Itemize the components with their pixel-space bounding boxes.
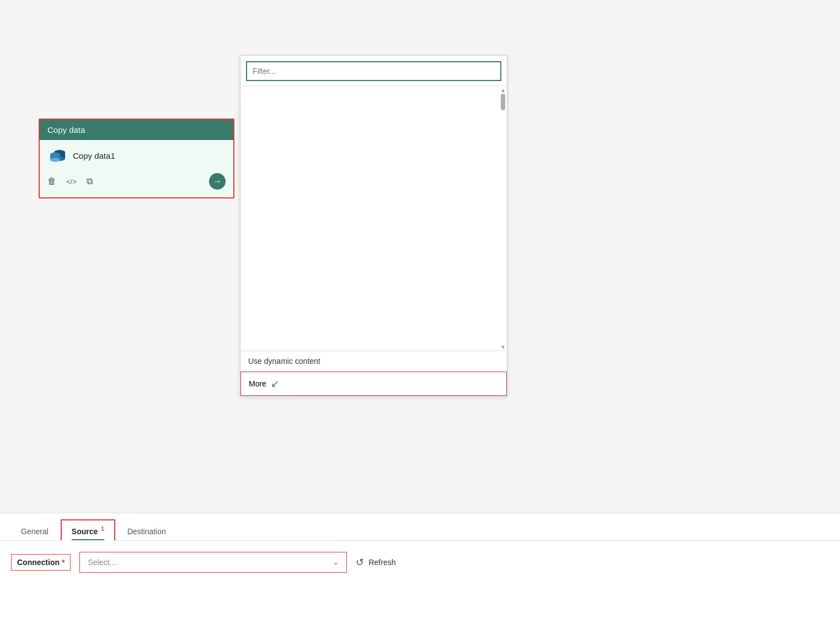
chevron-down-icon: ⌄ (333, 558, 339, 566)
tab-general[interactable]: General (11, 522, 58, 540)
connection-select[interactable]: Select... ⌄ (79, 552, 347, 573)
refresh-button[interactable]: ↺ Refresh (356, 556, 395, 568)
content-row: Connection * Select... ⌄ ↺ Refresh (0, 541, 840, 573)
copy-data-title: Copy data (47, 125, 85, 135)
copy-data-item-name: Copy data1 (73, 151, 115, 160)
required-star: * (62, 558, 65, 567)
copy-data-header: Copy data (40, 120, 233, 140)
tab-source-badge: 1 (101, 526, 104, 532)
refresh-icon: ↺ (356, 556, 364, 568)
tab-destination-label: Destination (127, 527, 166, 536)
copy-data-card: Copy data Copy data1 🗑 </> (39, 119, 234, 198)
dropdown-list-area[interactable]: ▲ ▼ (240, 86, 507, 351)
copy-data-item: Copy data1 (47, 146, 226, 165)
delete-icon[interactable]: 🗑 (47, 176, 56, 186)
copy-data-actions: 🗑 </> ⧉ → (47, 173, 226, 190)
use-dynamic-content-item[interactable]: Use dynamic content (240, 351, 507, 372)
dropdown-panel: ▲ ▼ Use dynamic content More ↙ (240, 55, 507, 396)
connection-label: Connection * (11, 554, 71, 571)
code-icon[interactable]: </> (66, 178, 77, 186)
database-icon (47, 146, 67, 165)
filter-input[interactable] (246, 61, 501, 81)
connection-text: Connection (17, 558, 60, 567)
scrollbar: ▲ ▼ (499, 86, 507, 351)
filter-input-wrap (240, 56, 507, 86)
refresh-label: Refresh (368, 558, 395, 567)
svg-point-5 (50, 158, 60, 162)
more-item[interactable]: More ↙ (240, 372, 507, 396)
tab-source[interactable]: Source 1 (61, 519, 115, 540)
tab-source-underline (72, 539, 104, 540)
open-arrow-button[interactable]: → (209, 173, 226, 190)
tab-destination[interactable]: Destination (117, 522, 176, 540)
copy-data-body: Copy data1 🗑 </> ⧉ → (40, 140, 233, 197)
copy-icon[interactable]: ⧉ (87, 176, 93, 186)
scroll-down-icon[interactable]: ▼ (500, 344, 506, 350)
tab-general-label: General (21, 527, 49, 536)
tabs-row: General Source 1 Destination (0, 513, 840, 541)
bottom-panel: General Source 1 Destination Connection … (0, 513, 840, 634)
tab-source-label: Source (72, 527, 98, 536)
scroll-thumb[interactable] (501, 94, 505, 110)
scroll-up-icon[interactable]: ▲ (500, 87, 506, 93)
dropdown-footer: Use dynamic content More ↙ (240, 351, 507, 396)
more-arrow-icon: ↙ (271, 378, 279, 390)
select-placeholder: Select... (88, 558, 116, 567)
arrow-right-icon: → (213, 176, 222, 186)
